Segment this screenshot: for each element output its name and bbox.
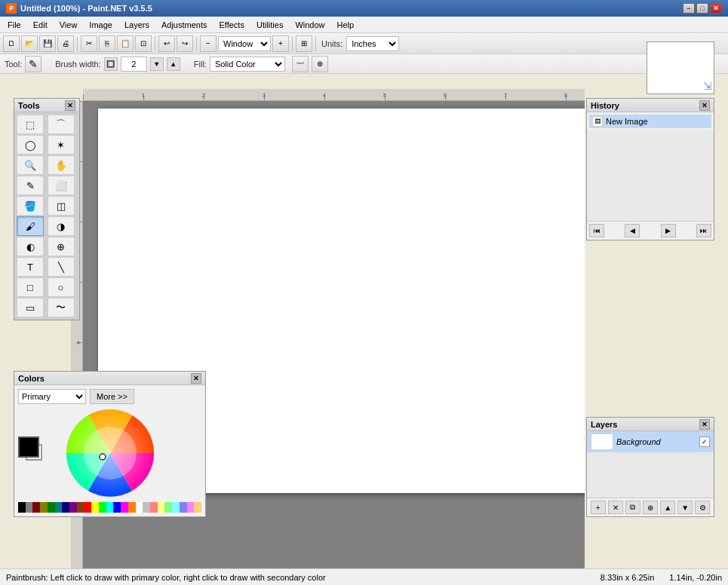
tool-magic-wand[interactable]: ✶ [48,135,75,155]
layer-visibility[interactable]: ✓ [699,436,710,447]
add-layer-button[interactable]: + [591,501,606,514]
layer-properties-button[interactable]: ⚙ [695,501,710,514]
palette-color-00ffff[interactable] [106,502,114,513]
palette-color-ffff00[interactable] [91,502,99,513]
tool-recolor[interactable]: ◐ [17,237,44,256]
more-button[interactable]: More >> [90,389,134,404]
color-mode-select[interactable]: Primary Secondary [18,389,86,404]
palette-color-ff0000[interactable] [84,502,91,513]
tool-freeform[interactable]: 〜 [48,298,75,317]
tool-rounded-rect[interactable]: ▭ [17,298,44,317]
redo-button[interactable]: ↪ [177,35,193,52]
menu-item-utilities[interactable]: Utilities [250,17,289,32]
tool-rectangle[interactable]: □ [17,277,44,297]
palette-color-80ffff[interactable] [172,502,180,513]
minimize-button[interactable]: − [683,3,695,14]
cut-button[interactable]: ✂ [81,35,97,52]
palette-color-80ff80[interactable] [164,502,172,513]
menu-item-edit[interactable]: Edit [27,17,54,32]
brush-width-input[interactable] [121,57,147,72]
fill-select[interactable]: Solid ColorNo FillGradient [210,57,285,72]
tool-ellipse-select[interactable]: ◯ [17,135,44,155]
history-first-button[interactable]: ⏮ [589,224,604,237]
duplicate-layer-button[interactable]: ⧉ [625,501,640,514]
tool-lasso-select[interactable]: ⌒ [48,115,75,134]
palette-color-008000[interactable] [48,502,55,513]
move-layer-up-button[interactable]: ▲ [660,501,675,514]
palette-color-c0c0c0[interactable] [143,502,150,513]
palette-color-ff8080[interactable] [150,502,158,513]
copy-button[interactable]: ⎘ [99,35,115,52]
menu-item-help[interactable]: Help [331,17,361,32]
tool-pencil[interactable]: ✎ [17,176,44,195]
menu-item-image[interactable]: Image [83,17,118,32]
tool-ellipse[interactable]: ○ [48,277,75,297]
palette-color-000000[interactable] [18,502,26,513]
brush-width-down[interactable]: ▼ [150,57,164,71]
undo-button[interactable]: ↩ [158,35,175,52]
antialiasing-btn[interactable]: 〰 [292,56,309,72]
tool-text[interactable]: T [17,257,44,277]
grid-button[interactable]: ⊞ [296,35,312,52]
palette-color-ff80ff[interactable] [187,502,195,513]
palette-color-008080[interactable] [55,502,63,513]
thumbnail-scroll-icon[interactable]: ⇲ [703,80,712,92]
palette-color-ffffff[interactable] [136,502,143,513]
palette-color-ff00ff[interactable] [121,502,128,513]
new-button[interactable]: 🗋 [3,35,20,52]
menu-item-effects[interactable]: Effects [213,17,250,32]
history-next-button[interactable]: ▶ [661,224,676,237]
layers-panel-close[interactable]: ✕ [699,419,710,430]
zoom-out-button[interactable]: − [200,35,217,52]
tool-line[interactable]: ╲ [48,257,75,277]
primary-color-swatch[interactable] [18,436,39,458]
colors-panel-close[interactable]: ✕ [191,373,201,384]
tool-eraser[interactable]: ⬜ [48,176,75,195]
tool-color-picker[interactable]: ⊕ [48,237,75,256]
crop-button[interactable]: ⊡ [135,35,152,52]
zoom-in-button[interactable]: + [272,35,289,52]
palette-color-00ff00[interactable] [99,502,106,513]
palette-color-800000[interactable] [32,502,40,513]
palette-color-800080[interactable] [69,502,77,513]
maximize-button[interactable]: □ [696,3,708,14]
tool-bucket[interactable]: 🪣 [17,196,44,216]
open-button[interactable]: 📂 [21,35,38,52]
layer-item[interactable]: Background ✓ [587,431,714,452]
history-last-button[interactable]: ⏭ [696,224,711,237]
history-panel-close[interactable]: ✕ [699,100,710,111]
paste-button[interactable]: 📋 [117,35,134,52]
tool-paintbrush[interactable]: 🖌 [17,216,44,236]
zoom-select[interactable]: Window100%50%200% [218,36,271,51]
palette-color-804000[interactable] [77,502,84,513]
print-button[interactable]: 🖨 [57,35,74,52]
brush-width-lock[interactable]: 🔲 [104,57,118,71]
menu-item-adjustments[interactable]: Adjustments [155,17,213,32]
tool-pan[interactable]: ✋ [48,155,75,175]
palette-color-ffcc80[interactable] [194,502,201,513]
palette-color-ff8000[interactable] [128,502,136,513]
tool-clone-stamp[interactable]: ◑ [48,216,75,236]
tool-rectangle-select[interactable]: ⬚ [17,115,44,134]
palette-color-808080[interactable] [26,502,33,513]
history-item-0[interactable]: 🖼New Image [589,115,711,128]
menu-item-window[interactable]: Window [289,17,330,32]
palette-color-ffff80[interactable] [158,502,165,513]
palette-color-8080ff[interactable] [180,502,187,513]
units-select[interactable]: InchesPixelsCentimeters [346,36,399,51]
merge-layer-button[interactable]: ⊕ [643,501,658,514]
blend-mode-btn[interactable]: ⊕ [312,56,328,72]
brush-width-up[interactable]: ▲ [167,57,180,71]
delete-layer-button[interactable]: ✕ [608,501,623,514]
color-wheel[interactable] [65,408,155,498]
menu-item-view[interactable]: View [54,17,84,32]
history-prev-button[interactable]: ◀ [625,224,640,237]
save-button[interactable]: 💾 [39,35,56,52]
palette-color-0000ff[interactable] [113,502,121,513]
menu-item-layers[interactable]: Layers [118,17,155,32]
move-layer-down-button[interactable]: ▼ [677,501,693,514]
palette-color-000080[interactable] [62,502,69,513]
tool-gradient[interactable]: ◫ [48,196,75,216]
tools-panel-close[interactable]: ✕ [65,100,75,111]
menu-item-file[interactable]: File [2,17,27,32]
